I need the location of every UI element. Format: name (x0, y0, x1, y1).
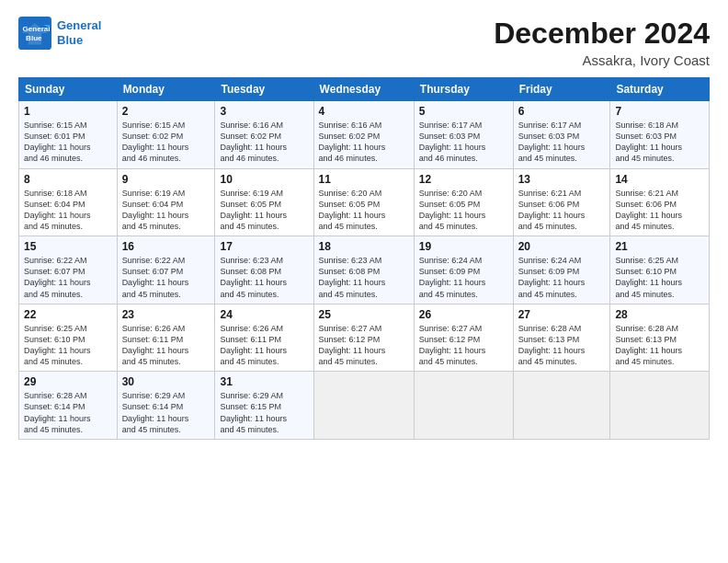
day-24: 24Sunrise: 6:26 AMSunset: 6:11 PMDayligh… (215, 304, 313, 372)
day-27: 27Sunrise: 6:28 AMSunset: 6:13 PMDayligh… (513, 304, 610, 372)
logo-general: General (57, 18, 101, 33)
day-20: 20Sunrise: 6:24 AMSunset: 6:09 PMDayligh… (513, 236, 610, 304)
empty-cell (513, 372, 610, 440)
col-monday: Monday (117, 78, 215, 101)
subtitle: Assakra, Ivory Coast (494, 52, 710, 68)
day-18: 18Sunrise: 6:23 AMSunset: 6:08 PMDayligh… (313, 236, 414, 304)
day-30: 30Sunrise: 6:29 AMSunset: 6:14 PMDayligh… (117, 372, 215, 440)
day-4: 4Sunrise: 6:16 AMSunset: 6:02 PMDaylight… (313, 101, 414, 169)
header: General Blue General Blue December 2024 … (18, 17, 710, 68)
col-friday: Friday (513, 78, 610, 101)
empty-cell (414, 372, 513, 440)
calendar-week-5: 29Sunrise: 6:28 AMSunset: 6:14 PMDayligh… (19, 372, 710, 440)
day-26: 26Sunrise: 6:27 AMSunset: 6:12 PMDayligh… (414, 304, 513, 372)
title-block: December 2024 Assakra, Ivory Coast (494, 17, 710, 68)
col-wednesday: Wednesday (313, 78, 414, 101)
calendar-week-4: 22Sunrise: 6:25 AMSunset: 6:10 PMDayligh… (19, 304, 710, 372)
day-6: 6Sunrise: 6:17 AMSunset: 6:03 PMDaylight… (513, 101, 610, 169)
calendar-header-row: Sunday Monday Tuesday Wednesday Thursday… (19, 78, 710, 101)
day-7: 7Sunrise: 6:18 AMSunset: 6:03 PMDaylight… (610, 101, 710, 169)
day-19: 19Sunrise: 6:24 AMSunset: 6:09 PMDayligh… (414, 236, 513, 304)
logo-icon: General Blue (18, 17, 51, 50)
calendar-page: General Blue General Blue December 2024 … (0, 0, 728, 563)
day-31: 31Sunrise: 6:29 AMSunset: 6:15 PMDayligh… (215, 372, 313, 440)
col-tuesday: Tuesday (215, 78, 313, 101)
logo-blue: Blue (57, 33, 101, 48)
day-21: 21Sunrise: 6:25 AMSunset: 6:10 PMDayligh… (610, 236, 710, 304)
day-28: 28Sunrise: 6:28 AMSunset: 6:13 PMDayligh… (610, 304, 710, 372)
empty-cell (313, 372, 414, 440)
day-5: 5Sunrise: 6:17 AMSunset: 6:03 PMDaylight… (414, 101, 513, 169)
svg-text:General: General (23, 25, 51, 33)
calendar-week-1: 1Sunrise: 6:15 AMSunset: 6:01 PMDaylight… (19, 101, 710, 169)
day-14: 14Sunrise: 6:21 AMSunset: 6:06 PMDayligh… (610, 168, 710, 236)
empty-cell (610, 372, 710, 440)
calendar-table: Sunday Monday Tuesday Wednesday Thursday… (18, 77, 710, 440)
day-2: 2Sunrise: 6:15 AMSunset: 6:02 PMDaylight… (117, 101, 215, 169)
calendar-week-3: 15Sunrise: 6:22 AMSunset: 6:07 PMDayligh… (19, 236, 710, 304)
day-16: 16Sunrise: 6:22 AMSunset: 6:07 PMDayligh… (117, 236, 215, 304)
day-9: 9Sunrise: 6:19 AMSunset: 6:04 PMDaylight… (117, 168, 215, 236)
col-sunday: Sunday (19, 78, 118, 101)
day-13: 13Sunrise: 6:21 AMSunset: 6:06 PMDayligh… (513, 168, 610, 236)
day-8: 8Sunrise: 6:18 AMSunset: 6:04 PMDaylight… (19, 168, 118, 236)
svg-text:Blue: Blue (26, 34, 42, 42)
day-15: 15Sunrise: 6:22 AMSunset: 6:07 PMDayligh… (19, 236, 118, 304)
day-23: 23Sunrise: 6:26 AMSunset: 6:11 PMDayligh… (117, 304, 215, 372)
day-29: 29Sunrise: 6:28 AMSunset: 6:14 PMDayligh… (19, 372, 118, 440)
day-11: 11Sunrise: 6:20 AMSunset: 6:05 PMDayligh… (313, 168, 414, 236)
col-saturday: Saturday (610, 78, 710, 101)
day-3: 3Sunrise: 6:16 AMSunset: 6:02 PMDaylight… (215, 101, 313, 169)
day-22: 22Sunrise: 6:25 AMSunset: 6:10 PMDayligh… (19, 304, 118, 372)
calendar-week-2: 8Sunrise: 6:18 AMSunset: 6:04 PMDaylight… (19, 168, 710, 236)
day-10: 10Sunrise: 6:19 AMSunset: 6:05 PMDayligh… (215, 168, 313, 236)
day-1: 1Sunrise: 6:15 AMSunset: 6:01 PMDaylight… (19, 101, 118, 169)
day-25: 25Sunrise: 6:27 AMSunset: 6:12 PMDayligh… (313, 304, 414, 372)
col-thursday: Thursday (414, 78, 513, 101)
logo: General Blue General Blue (18, 17, 101, 50)
day-12: 12Sunrise: 6:20 AMSunset: 6:05 PMDayligh… (414, 168, 513, 236)
main-title: December 2024 (494, 17, 710, 51)
day-17: 17Sunrise: 6:23 AMSunset: 6:08 PMDayligh… (215, 236, 313, 304)
